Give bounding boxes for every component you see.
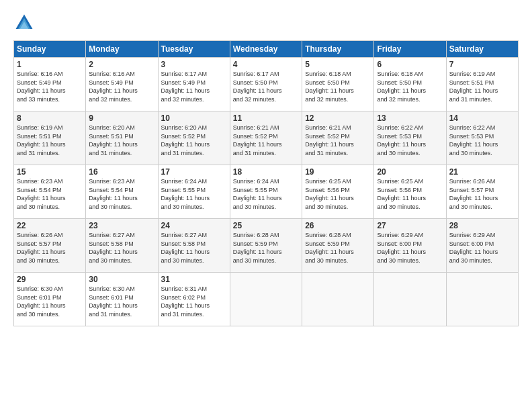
- day-info: Sunrise: 6:24 AM Sunset: 5:55 PM Dayligh…: [233, 177, 299, 211]
- day-header-wednesday: Wednesday: [230, 41, 302, 58]
- day-info: Sunrise: 6:26 AM Sunset: 5:57 PM Dayligh…: [449, 177, 515, 211]
- day-number: 6: [377, 60, 443, 69]
- day-number: 16: [89, 167, 154, 177]
- day-number: 18: [233, 167, 299, 177]
- day-info: Sunrise: 6:30 AM Sunset: 6:01 PM Dayligh…: [89, 285, 154, 318]
- day-number: 19: [305, 167, 371, 177]
- day-info: Sunrise: 6:29 AM Sunset: 6:00 PM Dayligh…: [377, 231, 443, 265]
- day-info: Sunrise: 6:17 AM Sunset: 5:50 PM Dayligh…: [233, 70, 299, 103]
- calendar-cell: 26Sunrise: 6:28 AM Sunset: 5:59 PM Dayli…: [302, 219, 374, 273]
- day-info: Sunrise: 6:28 AM Sunset: 5:59 PM Dayligh…: [233, 231, 299, 265]
- day-info: Sunrise: 6:20 AM Sunset: 5:52 PM Dayligh…: [161, 124, 227, 157]
- day-header-thursday: Thursday: [302, 41, 374, 58]
- day-number: 12: [305, 113, 371, 123]
- calendar-cell: 27Sunrise: 6:29 AM Sunset: 6:00 PM Dayli…: [374, 219, 446, 273]
- calendar-cell: 11Sunrise: 6:21 AM Sunset: 5:52 PM Dayli…: [230, 111, 302, 165]
- calendar-header-row: SundayMondayTuesdayWednesdayThursdayFrid…: [14, 41, 519, 58]
- calendar-week-row: 29Sunrise: 6:30 AM Sunset: 6:01 PM Dayli…: [14, 273, 519, 326]
- day-info: Sunrise: 6:21 AM Sunset: 5:52 PM Dayligh…: [305, 124, 371, 157]
- day-number: 2: [89, 60, 154, 69]
- calendar-cell: 20Sunrise: 6:25 AM Sunset: 5:56 PM Dayli…: [374, 165, 446, 219]
- day-number: 22: [17, 221, 83, 230]
- day-info: Sunrise: 6:22 AM Sunset: 5:53 PM Dayligh…: [377, 124, 443, 157]
- calendar-cell: 12Sunrise: 6:21 AM Sunset: 5:52 PM Dayli…: [302, 111, 374, 165]
- day-number: 26: [305, 221, 371, 230]
- page: SundayMondayTuesdayWednesdayThursdayFrid…: [0, 0, 532, 411]
- calendar-cell: 29Sunrise: 6:30 AM Sunset: 6:01 PM Dayli…: [14, 273, 86, 326]
- calendar-cell: 25Sunrise: 6:28 AM Sunset: 5:59 PM Dayli…: [230, 219, 302, 273]
- day-info: Sunrise: 6:22 AM Sunset: 5:53 PM Dayligh…: [449, 124, 515, 157]
- calendar-cell: 7Sunrise: 6:19 AM Sunset: 5:51 PM Daylig…: [446, 58, 518, 111]
- logo-icon: [13, 12, 35, 34]
- day-number: 14: [449, 113, 515, 123]
- calendar-cell: 3Sunrise: 6:17 AM Sunset: 5:49 PM Daylig…: [158, 58, 230, 111]
- calendar-cell: 8Sunrise: 6:19 AM Sunset: 5:51 PM Daylig…: [14, 111, 86, 165]
- calendar-cell: 16Sunrise: 6:23 AM Sunset: 5:54 PM Dayli…: [86, 165, 158, 219]
- calendar-cell: 6Sunrise: 6:18 AM Sunset: 5:50 PM Daylig…: [374, 58, 446, 111]
- day-info: Sunrise: 6:19 AM Sunset: 5:51 PM Dayligh…: [449, 70, 515, 103]
- calendar-cell: 21Sunrise: 6:26 AM Sunset: 5:57 PM Dayli…: [446, 165, 518, 219]
- calendar-cell: 4Sunrise: 6:17 AM Sunset: 5:50 PM Daylig…: [230, 58, 302, 111]
- calendar-cell: 13Sunrise: 6:22 AM Sunset: 5:53 PM Dayli…: [374, 111, 446, 165]
- day-number: 27: [377, 221, 443, 230]
- day-info: Sunrise: 6:18 AM Sunset: 5:50 PM Dayligh…: [377, 70, 443, 103]
- day-info: Sunrise: 6:19 AM Sunset: 5:51 PM Dayligh…: [17, 124, 83, 157]
- day-number: 28: [449, 221, 515, 230]
- day-info: Sunrise: 6:21 AM Sunset: 5:52 PM Dayligh…: [233, 124, 299, 157]
- calendar-cell: [302, 273, 374, 326]
- calendar-cell: [374, 273, 446, 326]
- day-info: Sunrise: 6:23 AM Sunset: 5:54 PM Dayligh…: [89, 177, 154, 211]
- day-number: 25: [233, 221, 299, 230]
- day-number: 7: [449, 60, 515, 69]
- calendar-week-row: 8Sunrise: 6:19 AM Sunset: 5:51 PM Daylig…: [14, 111, 519, 165]
- calendar-cell: [446, 273, 518, 326]
- day-number: 15: [17, 167, 83, 177]
- calendar-week-row: 15Sunrise: 6:23 AM Sunset: 5:54 PM Dayli…: [14, 165, 519, 219]
- day-info: Sunrise: 6:18 AM Sunset: 5:50 PM Dayligh…: [305, 70, 371, 103]
- calendar-cell: 30Sunrise: 6:30 AM Sunset: 6:01 PM Dayli…: [86, 273, 158, 326]
- day-number: 13: [377, 113, 443, 123]
- calendar-cell: 10Sunrise: 6:20 AM Sunset: 5:52 PM Dayli…: [158, 111, 230, 165]
- day-info: Sunrise: 6:27 AM Sunset: 5:58 PM Dayligh…: [89, 231, 154, 265]
- day-number: 23: [89, 221, 154, 230]
- calendar-cell: 28Sunrise: 6:29 AM Sunset: 6:00 PM Dayli…: [446, 219, 518, 273]
- calendar-cell: 17Sunrise: 6:24 AM Sunset: 5:55 PM Dayli…: [158, 165, 230, 219]
- day-number: 9: [89, 113, 154, 123]
- logo: [13, 12, 38, 34]
- day-header-monday: Monday: [86, 41, 158, 58]
- day-number: 8: [17, 113, 83, 123]
- calendar-cell: 2Sunrise: 6:16 AM Sunset: 5:49 PM Daylig…: [86, 58, 158, 111]
- day-info: Sunrise: 6:20 AM Sunset: 5:51 PM Dayligh…: [89, 124, 154, 157]
- calendar-cell: 24Sunrise: 6:27 AM Sunset: 5:58 PM Dayli…: [158, 219, 230, 273]
- day-info: Sunrise: 6:17 AM Sunset: 5:49 PM Dayligh…: [161, 70, 227, 103]
- calendar-cell: 1Sunrise: 6:16 AM Sunset: 5:49 PM Daylig…: [14, 58, 86, 111]
- day-info: Sunrise: 6:31 AM Sunset: 6:02 PM Dayligh…: [161, 285, 227, 318]
- day-number: 29: [17, 275, 83, 284]
- day-number: 1: [17, 60, 83, 69]
- day-number: 4: [233, 60, 299, 69]
- calendar-cell: 18Sunrise: 6:24 AM Sunset: 5:55 PM Dayli…: [230, 165, 302, 219]
- calendar-week-row: 22Sunrise: 6:26 AM Sunset: 5:57 PM Dayli…: [14, 219, 519, 273]
- day-info: Sunrise: 6:25 AM Sunset: 5:56 PM Dayligh…: [305, 177, 371, 211]
- day-info: Sunrise: 6:30 AM Sunset: 6:01 PM Dayligh…: [17, 285, 83, 318]
- calendar-cell: 22Sunrise: 6:26 AM Sunset: 5:57 PM Dayli…: [14, 219, 86, 273]
- day-info: Sunrise: 6:23 AM Sunset: 5:54 PM Dayligh…: [17, 177, 83, 211]
- day-number: 21: [449, 167, 515, 177]
- header: [13, 12, 519, 34]
- calendar-week-row: 1Sunrise: 6:16 AM Sunset: 5:49 PM Daylig…: [14, 58, 519, 111]
- day-info: Sunrise: 6:16 AM Sunset: 5:49 PM Dayligh…: [89, 70, 154, 103]
- calendar: SundayMondayTuesdayWednesdayThursdayFrid…: [13, 40, 519, 326]
- calendar-cell: 31Sunrise: 6:31 AM Sunset: 6:02 PM Dayli…: [158, 273, 230, 326]
- day-header-sunday: Sunday: [14, 41, 86, 58]
- calendar-cell: 23Sunrise: 6:27 AM Sunset: 5:58 PM Dayli…: [86, 219, 158, 273]
- day-info: Sunrise: 6:29 AM Sunset: 6:00 PM Dayligh…: [449, 231, 515, 265]
- calendar-cell: 19Sunrise: 6:25 AM Sunset: 5:56 PM Dayli…: [302, 165, 374, 219]
- day-info: Sunrise: 6:25 AM Sunset: 5:56 PM Dayligh…: [377, 177, 443, 211]
- day-info: Sunrise: 6:28 AM Sunset: 5:59 PM Dayligh…: [305, 231, 371, 265]
- calendar-cell: 5Sunrise: 6:18 AM Sunset: 5:50 PM Daylig…: [302, 58, 374, 111]
- day-number: 11: [233, 113, 299, 123]
- day-number: 31: [161, 275, 227, 284]
- day-number: 3: [161, 60, 227, 69]
- day-header-tuesday: Tuesday: [158, 41, 230, 58]
- day-info: Sunrise: 6:16 AM Sunset: 5:49 PM Dayligh…: [17, 70, 83, 103]
